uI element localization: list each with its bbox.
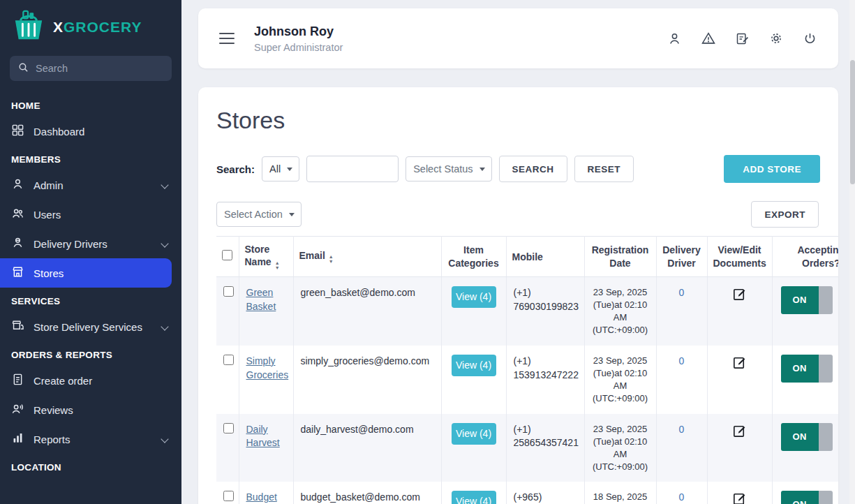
page-title: Stores [216,107,820,134]
table-row: Daily Harvest daily_harvest@demo.com Vie… [216,414,838,482]
toggle-off-button[interactable] [819,423,833,451]
grocery-basket-logo-icon [10,10,47,45]
vertical-scrollbar[interactable] [849,0,855,504]
toggle-on-button[interactable]: ON [781,286,819,314]
sidebar-item-dashboard[interactable]: Dashboard [0,117,181,146]
accepting-orders-toggle: ON [781,355,833,383]
toggle-off-button[interactable] [819,286,833,314]
add-store-button[interactable]: ADD STORE [724,155,820,183]
content-card: Stores Search: All Select Status SEARCH … [198,87,838,504]
store-name-link[interactable]: Simply Groceries [246,355,289,380]
table-row: Simply Groceries simply_groceries@demo.c… [216,346,838,414]
user-name: Johnson Roy [254,24,343,39]
topbar: Johnson Roy Super Administrator [198,8,838,68]
delivery-driver-count-link[interactable]: 0 [679,355,685,366]
sidebar-item-reports[interactable]: Reports [0,424,181,454]
status-select[interactable]: Select Status [406,156,491,181]
chevron-down-icon [161,435,168,443]
dashboard-icon [11,124,24,139]
edit-documents-icon[interactable] [731,355,748,371]
sidebar-item-stores[interactable]: Stores [0,258,172,288]
toggle-on-button[interactable]: ON [781,491,819,504]
user-icon[interactable] [667,31,682,46]
menu-toggle-icon[interactable] [219,33,235,45]
search-button[interactable]: SEARCH [499,156,567,182]
bulk-action-select[interactable]: Select Action [216,202,302,227]
header-delivery-driver: Delivery Driver [656,237,707,277]
reports-icon [11,431,24,447]
edit-documents-icon[interactable] [731,286,748,302]
table-header-row: Store Name▲▼ Email▲▼ Item Categories Mob… [216,237,838,277]
export-button[interactable]: EXPORT [751,201,819,228]
store-name-link[interactable]: Daily Harvest [246,424,280,449]
filter-row: Search: All Select Status SEARCH RESET A… [216,155,820,183]
section-title-orders-reports: ORDERS & REPORTS [0,341,181,366]
reset-button[interactable]: RESET [574,156,634,182]
toggle-on-button[interactable]: ON [781,423,819,451]
toggle-off-button[interactable] [819,355,833,383]
caret-down-icon [287,168,292,171]
delivery-driver-count-link[interactable]: 0 [679,491,685,503]
row-checkbox[interactable] [223,355,234,365]
sidebar-search[interactable] [10,56,172,81]
brand-name: XGROCERY [53,19,142,36]
store-mobile: (+1) 769030199823 [506,277,584,346]
sidebar-item-users[interactable]: Users [0,200,181,229]
view-categories-button[interactable]: View (4) [452,423,496,445]
power-icon[interactable] [803,31,817,46]
delivery-driver-count-link[interactable]: 0 [679,424,685,435]
store-name-link[interactable]: Green Basket [246,287,276,312]
header-store-name[interactable]: Store Name▲▼ [239,237,293,277]
accepting-orders-toggle: ON [781,423,833,451]
store-icon [11,265,24,281]
sidebar-item-admin[interactable]: Admin [0,170,181,200]
view-categories-button[interactable]: View (4) [452,355,496,376]
header-email[interactable]: Email▲▼ [293,237,441,277]
form-icon[interactable] [735,31,750,46]
view-categories-button[interactable]: View (4) [452,491,496,504]
edit-documents-icon[interactable] [731,423,748,439]
store-email: green_basket@demo.com [293,277,441,346]
search-keyword-input[interactable] [306,156,399,182]
chevron-down-icon [161,239,168,247]
settings-icon[interactable] [768,31,784,46]
delivery-driver-count-link[interactable]: 0 [679,287,685,298]
store-name-link[interactable]: Budget Basket [246,491,277,504]
view-categories-button[interactable]: View (4) [452,286,496,308]
sidebar-item-delivery-drivers[interactable]: Delivery Drivers [0,229,181,258]
sort-icon: ▲▼ [275,261,280,270]
accepting-orders-toggle: ON [781,491,833,504]
section-title-services: SERVICES [0,288,181,312]
header-item-categories: Item Categories [441,237,506,277]
store-mobile: (+1) 258654357421 [506,414,584,482]
stores-table: Store Name▲▼ Email▲▼ Item Categories Mob… [216,236,820,504]
sidebar-item-reviews[interactable]: Reviews [0,395,181,424]
alert-icon[interactable] [701,31,716,46]
row-checkbox[interactable] [223,286,234,297]
registration-date: 23 Sep, 2025 (Tue)at 02:10 AM (UTC:+09:0… [584,277,656,346]
sidebar-item-create-order[interactable]: Create order [0,366,181,395]
table-row: Budget Basket budget_basket@demo.com Vie… [216,482,838,504]
toggle-off-button[interactable] [819,491,833,504]
sidebar-item-store-delivery-services[interactable]: Store Delivery Services [0,312,181,341]
section-title-home: HOME [0,92,181,117]
delivery-driver-icon [11,236,24,251]
action-row: Select Action EXPORT [216,201,820,228]
app-window: XGROCERY HOME Dashboard MEMBERS Admin Us… [0,0,855,504]
main-area: Johnson Roy Super Administrator Stores S… [181,0,855,504]
scrollbar-thumb[interactable] [850,60,855,184]
sidebar-search-input[interactable] [36,63,154,74]
registration-date: 23 Sep, 2025 (Tue)at 02:10 AM (UTC:+09:0… [584,414,656,482]
search-icon [17,61,29,76]
store-delivery-icon [11,319,24,334]
row-checkbox[interactable] [223,423,234,433]
row-checkbox[interactable] [223,491,234,501]
user-role: Super Administrator [254,42,343,53]
toggle-on-button[interactable]: ON [781,355,819,383]
select-all-checkbox[interactable] [222,250,232,260]
store-email: daily_harvest@demo.com [293,414,441,482]
header-registration-date: Registration Date [584,237,656,277]
edit-documents-icon[interactable] [731,491,748,504]
chevron-down-icon [161,181,168,188]
search-type-select[interactable]: All [262,156,299,181]
